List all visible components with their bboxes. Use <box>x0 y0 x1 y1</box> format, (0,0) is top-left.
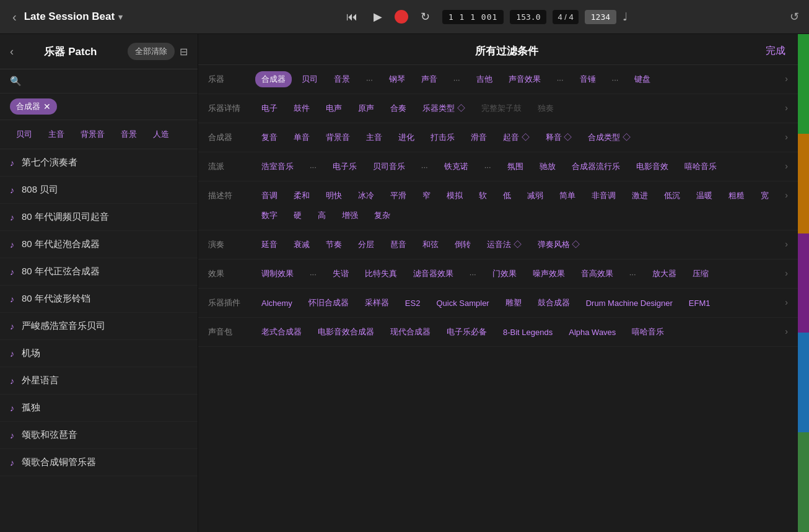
filter-tag[interactable]: 温暖 <box>690 188 719 204</box>
record-button[interactable] <box>395 10 408 24</box>
filter-tag[interactable]: 音高效果 <box>575 266 619 282</box>
instrument-item[interactable]: ♪ 80 年代正弦合成器 <box>0 258 198 286</box>
filter-tag[interactable]: 软 <box>473 188 493 204</box>
filter-tag[interactable]: 电影音效 <box>630 159 675 175</box>
filter-tag[interactable]: Alpha Waves <box>562 325 622 339</box>
sub-filter-4[interactable]: 人造 <box>147 126 175 142</box>
filter-tag[interactable]: 释音 ◇ <box>540 129 579 146</box>
filter-tag[interactable]: 粗糙 <box>722 188 751 204</box>
filter-tag[interactable]: 合成器 <box>255 71 292 87</box>
filter-tag[interactable]: ··· <box>360 72 379 87</box>
filter-tag[interactable]: 电子 <box>255 100 284 116</box>
filter-tag[interactable]: 简单 <box>553 188 582 204</box>
filter-tag[interactable]: 鼓合成器 <box>531 295 576 311</box>
filter-tag[interactable]: 合奏 <box>384 100 413 116</box>
filter-icon[interactable]: ⊟ <box>180 46 188 58</box>
filter-tag[interactable]: 原声 <box>352 100 380 116</box>
filter-tag[interactable]: ··· <box>606 72 625 87</box>
filter-tag[interactable]: 乐器类型 ◇ <box>416 100 471 116</box>
filter-tag[interactable]: 进化 <box>392 129 421 146</box>
filter-tag[interactable]: 滑音 <box>465 129 493 146</box>
filter-tag[interactable]: 怀旧合成器 <box>302 295 355 311</box>
filter-tag[interactable]: 背景音 <box>320 129 356 146</box>
filter-tag[interactable]: 滤音器效果 <box>407 266 460 282</box>
filter-tag[interactable]: ES2 <box>399 296 427 310</box>
filter-tag[interactable]: 和弦 <box>416 237 445 253</box>
filter-tag[interactable]: 电声 <box>320 100 348 116</box>
filter-tag[interactable]: 平滑 <box>384 188 413 204</box>
instrument-item[interactable]: ♪ 严峻感浩室音乐贝司 <box>0 313 198 340</box>
filter-tag[interactable]: ··· <box>463 267 483 281</box>
filter-tag[interactable]: 现代合成器 <box>384 324 437 340</box>
filter-tag[interactable]: 电影音效合成器 <box>312 324 380 340</box>
project-dropdown-icon[interactable]: ▾ <box>118 12 123 22</box>
back-button[interactable]: ‹ <box>10 7 19 27</box>
filter-tag[interactable]: 复杂 <box>368 207 396 224</box>
filter-tag[interactable]: 明快 <box>320 188 348 204</box>
filter-tag[interactable]: 完整架子鼓 <box>475 100 528 116</box>
sub-filter-0[interactable]: 贝司 <box>10 126 38 142</box>
filter-tag[interactable]: 压缩 <box>686 266 715 282</box>
filter-tag[interactable]: 声音 <box>415 71 444 87</box>
filter-tag[interactable]: 氛围 <box>501 159 530 175</box>
expand-row-icon[interactable]: › <box>785 266 788 278</box>
expand-row-icon[interactable]: › <box>785 295 788 307</box>
filter-tag[interactable]: 音锤 <box>574 71 602 87</box>
filter-tag[interactable]: 宽 <box>754 188 775 204</box>
filter-tag[interactable]: 主音 <box>360 129 388 146</box>
counter-display[interactable]: 1234 <box>585 10 616 24</box>
filter-tag[interactable]: 衰减 <box>287 237 316 253</box>
filter-tag[interactable]: 钢琴 <box>383 71 411 87</box>
filter-tag[interactable]: 运音法 ◇ <box>481 237 528 253</box>
filter-tag[interactable]: 合成类型 ◇ <box>582 129 637 146</box>
expand-row-icon[interactable]: › <box>785 237 788 249</box>
filter-tag[interactable]: 数字 <box>255 207 284 224</box>
expand-row-icon[interactable]: › <box>785 188 788 200</box>
filter-tag[interactable]: 驰放 <box>533 159 562 175</box>
filter-tag[interactable]: 弹奏风格 ◇ <box>531 237 587 253</box>
filter-tag[interactable]: 打击乐 <box>424 129 461 146</box>
instrument-item[interactable]: ♪ 808 贝司 <box>0 177 198 204</box>
filter-tag[interactable]: 贝司 <box>295 71 324 87</box>
filter-tag[interactable]: 调制效果 <box>255 266 300 282</box>
filter-tag[interactable]: EFM1 <box>683 296 717 310</box>
filter-tag[interactable]: 延音 <box>255 237 284 253</box>
filter-tag[interactable]: 老式合成器 <box>255 324 308 340</box>
instrument-item[interactable]: ♪ 第七个演奏者 <box>0 149 198 177</box>
filter-tag[interactable]: 高 <box>312 207 332 224</box>
filter-tag[interactable]: ··· <box>304 267 323 281</box>
instrument-item[interactable]: ♪ 80 年代波形铃铛 <box>0 286 198 313</box>
expand-row-icon[interactable]: › <box>785 100 788 113</box>
filter-tag[interactable]: 非音调 <box>585 188 622 204</box>
filter-tag[interactable]: 键盘 <box>628 71 657 87</box>
filter-tag[interactable]: 音景 <box>328 71 356 87</box>
filter-tag[interactable]: 起音 ◇ <box>497 129 536 146</box>
filter-tag[interactable]: 音调 <box>255 188 284 204</box>
filter-tag[interactable]: 电子乐必备 <box>440 324 493 340</box>
sidebar-back-button[interactable]: ‹ <box>10 45 14 58</box>
sub-filter-3[interactable]: 音景 <box>115 126 143 142</box>
filter-tag[interactable]: 贝司音乐 <box>367 159 411 175</box>
filter-tag[interactable]: 单音 <box>287 129 316 146</box>
filter-tag[interactable]: Quick Sampler <box>430 296 495 310</box>
filter-tag[interactable]: 节奏 <box>320 237 348 253</box>
filter-tag[interactable]: 电子乐 <box>326 159 363 175</box>
filter-tag[interactable]: 独奏 <box>531 100 560 116</box>
filter-tag[interactable]: 减弱 <box>521 188 549 204</box>
filter-tag[interactable]: 柔和 <box>287 188 316 204</box>
skip-back-button[interactable]: ⏮ <box>343 8 361 26</box>
play-button[interactable]: ▶ <box>370 7 386 26</box>
filter-tag[interactable]: ··· <box>551 72 570 87</box>
filter-tag[interactable]: 放大器 <box>646 266 683 282</box>
filter-tag[interactable]: 8-Bit Legends <box>497 325 559 339</box>
expand-row-icon[interactable]: › <box>785 159 788 171</box>
filter-tag[interactable]: 噪声效果 <box>527 266 571 282</box>
filter-tag[interactable]: 硬 <box>287 207 308 224</box>
filter-tag[interactable]: 浩室音乐 <box>255 159 300 175</box>
filter-tag[interactable]: 嘻哈音乐 <box>626 324 670 340</box>
filter-tag[interactable]: ··· <box>415 160 434 174</box>
filter-tag[interactable]: 雕塑 <box>499 295 528 311</box>
filter-tag[interactable]: 窄 <box>416 188 437 204</box>
filter-tag[interactable]: 低沉 <box>658 188 686 204</box>
filter-tag[interactable]: Alchemy <box>255 296 299 310</box>
